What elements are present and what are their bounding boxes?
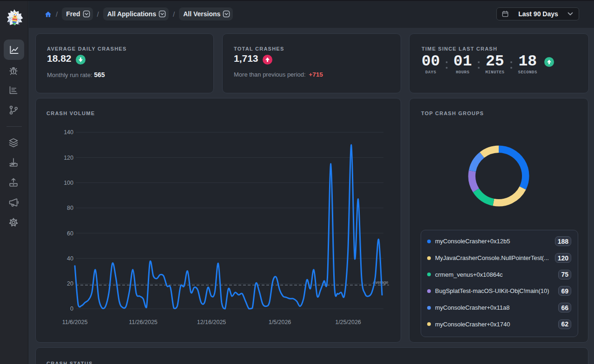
svg-text:1/5/2026: 1/5/2026	[269, 319, 291, 325]
svg-text:60: 60	[67, 230, 73, 237]
svg-text:1/25/2026: 1/25/2026	[335, 319, 361, 325]
svg-text:120: 120	[64, 155, 73, 161]
svg-text:80: 80	[67, 205, 73, 211]
svg-text:0: 0	[70, 306, 73, 312]
svg-text:20: 20	[67, 280, 73, 287]
svg-text:11/6/2025: 11/6/2025	[62, 319, 88, 325]
svg-text:140: 140	[64, 129, 73, 136]
svg-text:11/26/2025: 11/26/2025	[129, 319, 158, 325]
svg-text:12/16/2025: 12/16/2025	[197, 319, 226, 325]
svg-text:40: 40	[67, 255, 73, 262]
svg-text:100: 100	[64, 180, 73, 186]
